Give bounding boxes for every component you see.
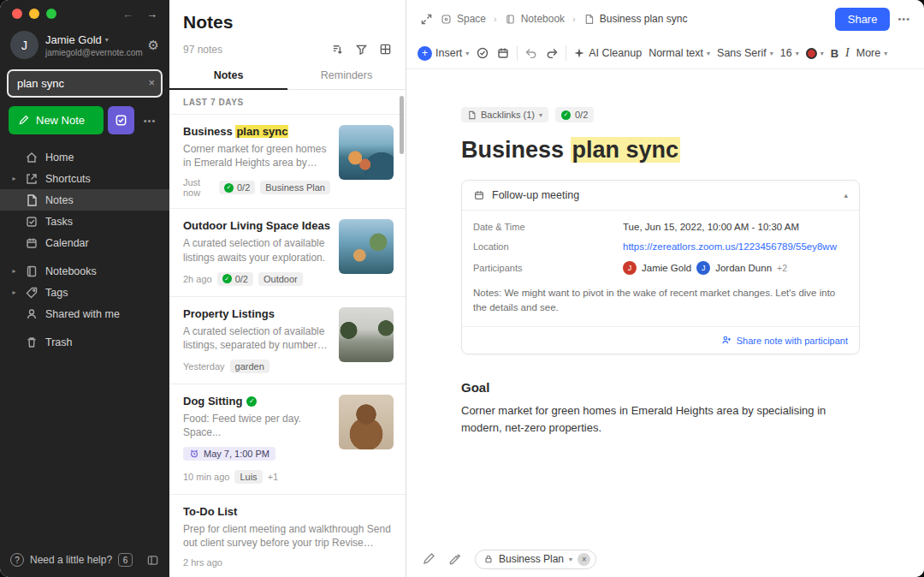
forward-arrow-icon[interactable]: → — [146, 8, 157, 21]
italic-button[interactable]: I — [845, 46, 850, 60]
tags-icon — [25, 286, 38, 300]
font-size-select[interactable]: 16▾ — [780, 47, 799, 59]
note-card-time: 2 hrs ago — [183, 557, 222, 568]
note-thumbnail — [339, 395, 394, 449]
gear-icon[interactable]: ⚙ — [148, 38, 159, 53]
help-icon[interactable]: ? — [10, 553, 24, 567]
note-card-time: Yesterday — [183, 361, 225, 372]
expand-note-icon[interactable] — [420, 13, 433, 26]
goal-heading[interactable]: Goal — [461, 380, 860, 395]
breadcrumb-space[interactable]: Space — [441, 13, 486, 25]
extra-tags-count[interactable]: +1 — [268, 472, 279, 482]
note-thumbnail — [339, 307, 394, 362]
font-family-select[interactable]: Sans Serif▾ — [717, 47, 773, 59]
note-tag[interactable]: Luis — [234, 470, 262, 484]
account-info[interactable]: Jamie Gold▾ jamiegold@evernote.com — [45, 33, 141, 57]
window-titlebar: ← → — [0, 0, 169, 27]
breadcrumb-notebook[interactable]: Notebook — [505, 13, 565, 25]
chevron-right-icon[interactable]: ▸ — [10, 288, 18, 296]
redo-icon[interactable] — [545, 46, 559, 60]
notes-list-panel: Notes 97 notes Notes Reminders LAST 7 DA… — [169, 0, 406, 577]
sort-icon[interactable] — [331, 43, 344, 56]
note-tag[interactable]: garden — [230, 360, 270, 373]
sidebar-item-trash[interactable]: Trash — [0, 331, 169, 353]
reminder-badge[interactable]: May 7, 1:00 PM — [183, 447, 275, 461]
task-progress-badge[interactable]: ✓ 0/2 — [555, 107, 594, 122]
tab-notes[interactable]: Notes — [169, 62, 287, 89]
chevron-right-icon[interactable]: ▸ — [10, 267, 18, 275]
plus-icon: + — [418, 46, 432, 61]
task-progress-badge: ✓0/2 — [219, 181, 255, 194]
text-color-picker[interactable]: ▾ — [806, 48, 824, 59]
completed-check-icon: ✓ — [246, 396, 257, 407]
backlinks-badge[interactable]: Backlinks (1) ▾ — [461, 107, 548, 122]
note-card-outdoor-living[interactable]: Outdoor Living Space Ideas A curated sel… — [169, 209, 406, 296]
note-title[interactable]: Business plan sync — [461, 137, 860, 164]
insert-calendar-icon[interactable] — [496, 46, 510, 60]
remove-tag-icon[interactable]: × — [578, 553, 590, 566]
participants-label: Participants — [473, 263, 623, 273]
clear-search-icon[interactable]: × — [148, 76, 155, 89]
sidebar-item-tags[interactable]: ▸ Tags — [0, 282, 169, 303]
note-card-property-listings[interactable]: Property Listings A curated selection of… — [169, 297, 406, 384]
sidebar-item-label: Calendar — [45, 237, 89, 249]
sidebar-item-notes[interactable]: Notes — [0, 189, 169, 211]
view-options-icon[interactable] — [379, 43, 392, 56]
chevron-right-icon[interactable]: ▸ — [10, 175, 18, 182]
breadcrumb-note[interactable]: Business plan sync — [583, 13, 688, 25]
sidebar-item-home[interactable]: Home — [0, 146, 169, 168]
more-actions-button[interactable]: ••• — [139, 106, 161, 134]
insert-menu[interactable]: + Insert ▾ — [418, 46, 469, 61]
note-card-dog-sitting[interactable]: Dog Sitting✓ Food: Feed twice per day. S… — [169, 384, 406, 494]
share-button[interactable]: Share — [835, 8, 891, 31]
note-card-title: Outdoor Living Space Ideas — [183, 219, 330, 232]
tab-reminders[interactable]: Reminders — [287, 62, 406, 89]
bold-button[interactable]: B — [831, 47, 838, 60]
sidebar-item-calendar[interactable]: Calendar — [0, 232, 169, 253]
notes-list-scrollbar[interactable] — [400, 96, 404, 154]
share-note-with-participant-link[interactable]: Share note with participant — [721, 335, 848, 346]
help-label[interactable]: Need a little help? — [30, 554, 112, 566]
ai-cleanup-button[interactable]: AI Cleanup — [573, 47, 642, 59]
zoom-window-button[interactable] — [46, 9, 56, 19]
sidebar-item-shared-with-me[interactable]: Shared with me — [0, 303, 169, 324]
panel-toggle-icon[interactable] — [146, 554, 159, 567]
note-card-business-plan-sync[interactable]: Business plan sync Corner market for gre… — [169, 115, 406, 209]
new-note-button[interactable]: New Note — [9, 106, 104, 134]
collapse-chevron-icon[interactable]: ▴ — [844, 191, 848, 199]
minimize-window-button[interactable] — [29, 9, 39, 19]
participants-extra-count[interactable]: +2 — [777, 263, 787, 273]
search-input[interactable] — [7, 69, 163, 98]
check-icon: ✓ — [561, 110, 571, 120]
close-window-button[interactable] — [12, 9, 22, 19]
sidebar-item-tasks[interactable]: Tasks — [0, 211, 169, 232]
chevron-down-icon: ▾ — [820, 50, 824, 57]
sparkle-icon — [573, 47, 585, 59]
filter-icon[interactable] — [355, 43, 368, 56]
note-more-button[interactable]: ••• — [897, 14, 910, 24]
help-row: ? Need a little help? 6 — [0, 544, 169, 577]
sidebar-item-shortcuts[interactable]: ▸ Shortcuts — [0, 168, 169, 189]
text-style-select[interactable]: Normal text▾ — [649, 47, 710, 59]
note-card-title: To-Do List — [183, 505, 394, 518]
note-tag[interactable]: Business Plan — [260, 181, 330, 194]
note-card-snippet: Prep for client meeting and walkthrough … — [183, 522, 394, 550]
back-arrow-icon[interactable]: ← — [122, 8, 133, 21]
shortcuts-icon — [25, 172, 38, 186]
marker-pen-icon[interactable] — [422, 552, 435, 566]
insert-task-icon[interactable] — [476, 46, 489, 60]
note-body-text[interactable]: Corner market for green homes in Emerald… — [461, 402, 848, 437]
note-tag-pill[interactable]: Business Plan ▾ × — [475, 550, 596, 569]
datetime-value: Tue, Jun 15, 2022, 10:00 AM - 10:30 AM — [623, 222, 799, 232]
undo-icon[interactable] — [524, 46, 538, 60]
new-task-button[interactable] — [108, 106, 134, 134]
more-formatting-menu[interactable]: More▾ — [856, 47, 888, 59]
avatar[interactable]: J — [10, 31, 38, 59]
note-editor: Space › Notebook › Business plan sync Sh… — [406, 0, 924, 577]
pen-add-icon[interactable] — [448, 552, 462, 566]
note-card-todo-list[interactable]: To-Do List Prep for client meeting and w… — [169, 495, 406, 577]
sidebar-item-notebooks[interactable]: ▸ Notebooks — [0, 260, 169, 282]
meeting-link[interactable]: https://zereatlors.zoom.us/1223456789/55… — [623, 241, 837, 252]
sidebar-nav: Home ▸ Shortcuts Notes Tasks Calendar — [0, 145, 169, 544]
note-tag[interactable]: Outdoor — [258, 272, 303, 286]
